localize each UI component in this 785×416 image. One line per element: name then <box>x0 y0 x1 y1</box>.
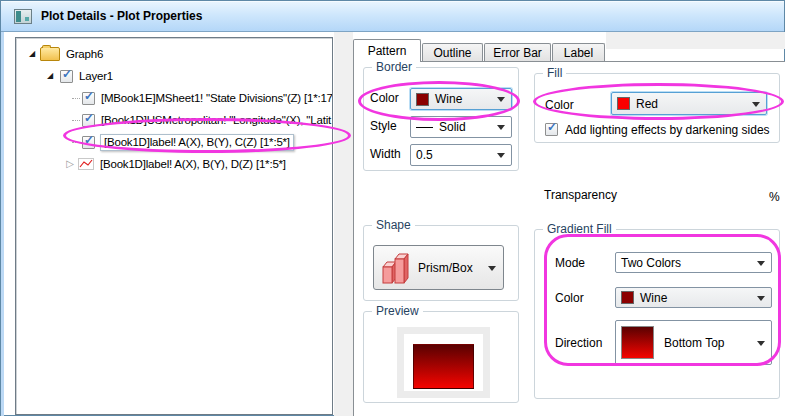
panel-splitter[interactable] <box>334 32 353 416</box>
percent-label: % <box>769 190 780 204</box>
fill-group-title: Fill <box>543 66 566 80</box>
dropdown-arrow-icon <box>497 97 505 102</box>
tree-connector <box>72 120 80 121</box>
plot3-checkbox[interactable]: ✓ <box>82 136 95 149</box>
window-left-border <box>1 32 4 416</box>
border-style-dropdown[interactable]: Solid <box>410 116 512 138</box>
red-color-swatch <box>617 97 630 110</box>
plot-details-dialog: Plot Details - Plot Properties ◢ Graph6 … <box>0 0 785 416</box>
folder-icon <box>40 47 60 61</box>
lighting-effects-label: Add lighting effects by darkening sides <box>565 123 770 137</box>
transparency-label: Transparency <box>544 188 617 202</box>
border-group-title: Border <box>372 60 416 74</box>
tab-outline[interactable]: Outline <box>422 43 483 61</box>
lighting-effects-checkbox[interactable]: ✓ <box>545 123 558 136</box>
border-style-label: Style <box>370 119 397 133</box>
tab-error-bar[interactable]: Error Bar <box>484 43 551 61</box>
gradient-mode-dropdown[interactable]: Two Colors <box>615 252 772 273</box>
dropdown-arrow-icon <box>757 341 765 346</box>
tree-connector <box>72 98 80 99</box>
border-color-dropdown[interactable]: Wine <box>410 88 512 110</box>
expanded-triangle-icon[interactable]: ◢ <box>26 50 38 58</box>
preview-gradient-bar <box>413 344 474 389</box>
shape-group: Shape Prism/Box <box>363 225 519 301</box>
preview-panel <box>397 327 490 398</box>
tree-label-plot2: [Book1D]USMetropolitan! "Longitude"(X), … <box>101 114 331 126</box>
dropdown-arrow-icon <box>752 102 760 107</box>
dropdown-arrow-icon <box>488 266 496 271</box>
prism-box-icon <box>380 252 410 284</box>
title-bar[interactable]: Plot Details - Plot Properties <box>1 1 784 32</box>
gradient-color-dropdown[interactable]: Wine <box>615 287 772 308</box>
tree-row-layer1[interactable]: ◢ ✓ Layer1 <box>16 65 332 87</box>
preview-group: Preview <box>363 311 519 403</box>
preview-group-title: Preview <box>372 304 423 318</box>
gradient-fill-group: Gradient Fill Mode Two Colors Color Wine… <box>534 229 780 399</box>
app-icon <box>14 9 32 24</box>
tree-row-plot3-selected[interactable]: ✓ [Book1D]label! A(X), B(Y), C(Z) [1*:5*… <box>16 131 332 153</box>
dropdown-arrow-icon <box>497 125 505 130</box>
tab-label[interactable]: Label <box>552 43 605 61</box>
collapsed-triangle-icon[interactable]: ▷ <box>64 159 76 169</box>
tree-row-plot4[interactable]: ▷ [Book1D]label! A(X), B(Y), D(Z) [1*:5*… <box>16 153 332 175</box>
plot-tree-panel: ◢ Graph6 ◢ ✓ Layer1 ✓ [MBook1E]MSheet1! … <box>15 37 333 415</box>
shape-dropdown[interactable]: Prism/Box <box>373 245 504 290</box>
layer1-checkbox[interactable]: ✓ <box>60 70 73 83</box>
tree-label-plot3: [Book1D]label! A(X), B(Y), C(Z) [1*:5*] <box>100 134 294 151</box>
gradient-direction-label: Direction <box>555 336 602 350</box>
dropdown-arrow-icon <box>757 296 765 301</box>
gradient-direction-swatch <box>621 326 654 359</box>
gradient-color-label: Color <box>555 291 584 305</box>
tree-label-plot4: [Book1D]label! A(X), B(Y), D(Z) [1*:5*] <box>100 158 286 170</box>
gradient-fill-group-title: Gradient Fill <box>543 222 616 236</box>
dropdown-arrow-icon <box>497 153 505 158</box>
window-title: Plot Details - Plot Properties <box>41 9 202 23</box>
fill-color-dropdown[interactable]: Red <box>611 92 767 115</box>
tree-row-plot1[interactable]: ✓ [MBook1E]MSheet1! "State Divisions"(Z)… <box>16 87 332 109</box>
fill-group: Fill Color Red ✓ Add lighting effects by… <box>534 73 780 143</box>
solid-line-icon <box>416 127 433 128</box>
wine-color-swatch <box>416 93 429 106</box>
border-color-label: Color <box>370 91 399 105</box>
tree-row-plot2[interactable]: ✓ [Book1D]USMetropolitan! "Longitude"(X)… <box>16 109 332 131</box>
border-group: Border Color Wine Style Solid Width 0.5 <box>363 67 519 171</box>
tree-label-plot1: [MBook1E]MSheet1! "State Divisions"(Z) [… <box>101 92 333 104</box>
gradient-mode-label: Mode <box>555 256 585 270</box>
tree-connector <box>72 142 80 143</box>
plot1-checkbox[interactable]: ✓ <box>82 92 95 105</box>
plot2-checkbox[interactable]: ✓ <box>82 114 95 127</box>
tab-pattern[interactable]: Pattern <box>353 39 421 62</box>
fill-color-label: Color <box>545 98 574 112</box>
line-plot-icon <box>78 158 94 170</box>
tree-row-graph6[interactable]: ◢ Graph6 <box>16 43 332 65</box>
tree-label-layer1: Layer1 <box>79 70 113 82</box>
tree-label-graph6: Graph6 <box>66 48 103 60</box>
dropdown-arrow-icon <box>757 261 765 266</box>
shape-group-title: Shape <box>372 218 415 232</box>
wine-color-swatch <box>621 291 634 304</box>
dialog-background-band <box>606 32 785 49</box>
border-width-combobox[interactable]: 0.5 <box>410 144 512 166</box>
expanded-triangle-icon[interactable]: ◢ <box>44 72 56 80</box>
border-width-label: Width <box>370 147 401 161</box>
gradient-direction-dropdown[interactable]: Bottom Top <box>615 320 772 365</box>
